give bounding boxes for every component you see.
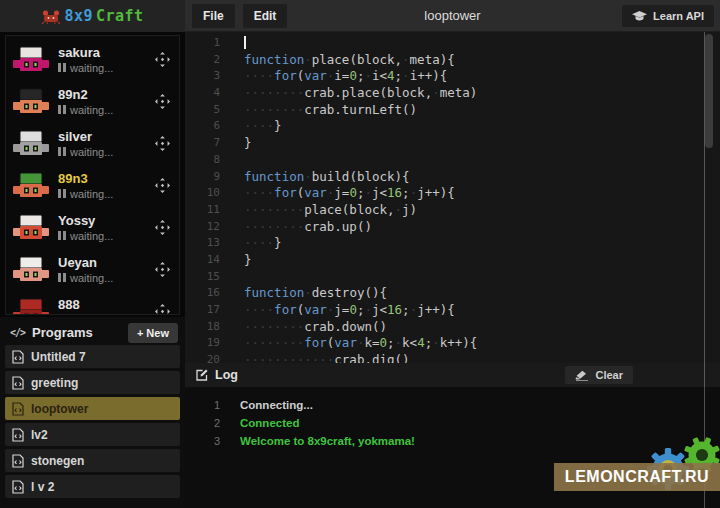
code-line[interactable]: 7} bbox=[185, 135, 720, 152]
programs-header: </> Programs + New bbox=[0, 317, 185, 345]
player-status: waiting... bbox=[70, 146, 113, 158]
player-row[interactable]: Yossy waiting... bbox=[6, 206, 179, 248]
edit-menu-button[interactable]: Edit bbox=[243, 4, 288, 28]
code-line[interactable]: 14} bbox=[185, 252, 720, 269]
code-line[interactable]: 9function·build(block){ bbox=[185, 169, 720, 186]
player-row[interactable]: 89n2 waiting... bbox=[6, 80, 179, 122]
line-number: 1 bbox=[185, 35, 235, 52]
clear-label: Clear bbox=[595, 369, 623, 381]
graduation-cap-icon bbox=[632, 11, 647, 22]
code-line[interactable]: 8 bbox=[185, 152, 720, 169]
file-code-icon bbox=[12, 480, 24, 494]
player-name: silver bbox=[58, 129, 113, 144]
program-item[interactable]: looptower bbox=[5, 397, 180, 420]
robot-avatar bbox=[13, 88, 49, 115]
player-row[interactable]: Ueyan waiting... bbox=[6, 248, 179, 290]
code-line[interactable]: 20············crab.dig() bbox=[185, 352, 720, 363]
robot-avatar bbox=[13, 214, 49, 241]
player-name: 89n3 bbox=[58, 171, 113, 186]
file-code-icon bbox=[12, 428, 24, 442]
code-line[interactable]: 6····} bbox=[185, 118, 720, 135]
clear-log-button[interactable]: Clear bbox=[565, 366, 633, 384]
pause-icon bbox=[58, 273, 66, 282]
move-icon[interactable] bbox=[155, 304, 170, 316]
robot-avatar bbox=[13, 46, 49, 73]
code-line[interactable]: 17····for(var·j=0;·j<16;·j++){ bbox=[185, 302, 720, 319]
pause-icon bbox=[58, 105, 66, 114]
line-number: 4 bbox=[185, 85, 235, 102]
program-item[interactable]: lv2 bbox=[5, 423, 180, 446]
file-code-icon bbox=[12, 350, 24, 364]
line-number: 12 bbox=[185, 219, 235, 236]
code-line[interactable]: 11········place(block,·j) bbox=[185, 202, 720, 219]
code-line[interactable]: 16function·destroy(){ bbox=[185, 285, 720, 302]
watermark-text: LEMONCRAFT.RU bbox=[565, 468, 709, 486]
move-icon[interactable] bbox=[155, 94, 170, 109]
code-line[interactable]: 13····} bbox=[185, 235, 720, 252]
line-number: 6 bbox=[185, 118, 235, 135]
player-name: 89n2 bbox=[58, 87, 113, 102]
player-status: waiting... bbox=[70, 104, 113, 116]
code-line[interactable]: 15 bbox=[185, 269, 720, 286]
move-icon[interactable] bbox=[155, 220, 170, 235]
player-row[interactable]: 888 waiting... bbox=[6, 290, 179, 315]
code-line[interactable]: 12········crab.up() bbox=[185, 219, 720, 236]
new-program-button[interactable]: + New bbox=[128, 323, 178, 343]
program-item[interactable]: Untitled 7 bbox=[5, 345, 180, 368]
line-number: 16 bbox=[185, 285, 235, 302]
programs-panel: </> Programs + New Untitled 7 greeting l… bbox=[0, 317, 185, 508]
program-item[interactable]: greeting bbox=[5, 371, 180, 394]
player-name: Yossy bbox=[58, 213, 113, 228]
learn-api-label: Learn API bbox=[653, 10, 704, 22]
code-line[interactable]: 4········crab.place(block,·meta) bbox=[185, 85, 720, 102]
logo-text-craft: Craft bbox=[96, 7, 144, 25]
robot-avatar bbox=[13, 256, 49, 283]
log-entry: 1Connecting... bbox=[185, 396, 720, 414]
program-item[interactable]: stonegen bbox=[5, 449, 180, 472]
logo-text-8x9: 8x9 bbox=[64, 7, 93, 25]
learn-api-button[interactable]: Learn API bbox=[622, 5, 714, 27]
line-number: 14 bbox=[185, 252, 235, 269]
file-code-icon bbox=[12, 376, 24, 390]
code-line[interactable]: 18········crab.down() bbox=[185, 319, 720, 336]
code-editor[interactable]: 12function·place(block,·meta){3····for(v… bbox=[185, 32, 720, 363]
programs-title: Programs bbox=[32, 325, 93, 340]
player-row[interactable]: sakura waiting... bbox=[6, 38, 179, 80]
program-name: stonegen bbox=[31, 454, 84, 468]
code-line[interactable]: 19········for(var·k=0;·k<4;·k++){ bbox=[185, 335, 720, 352]
code-brackets-icon: </> bbox=[10, 327, 25, 338]
pause-icon bbox=[58, 231, 66, 240]
move-icon[interactable] bbox=[155, 178, 170, 193]
line-number: 3 bbox=[185, 68, 235, 85]
player-row[interactable]: 89n3 waiting... bbox=[6, 164, 179, 206]
sidebar: sakura waiting... 89n2 waiting... bbox=[0, 32, 185, 508]
move-icon[interactable] bbox=[155, 52, 170, 67]
line-number: 8 bbox=[185, 152, 235, 169]
log-entry: 3Welcome to 8x9craft, yokmama! bbox=[185, 432, 720, 450]
code-line[interactable]: 2function·place(block,·meta){ bbox=[185, 52, 720, 69]
move-icon[interactable] bbox=[155, 136, 170, 151]
pause-icon bbox=[58, 189, 66, 198]
header-bar: looptower 8x9Craft File Edit Learn API bbox=[0, 0, 720, 32]
program-list: Untitled 7 greeting looptower lv2 stoneg… bbox=[0, 345, 185, 498]
code-line[interactable]: 3····for(var·i=0;·i<4;·i++){ bbox=[185, 68, 720, 85]
app-window: looptower 8x9Craft File Edit Learn API bbox=[0, 0, 720, 508]
program-name: looptower bbox=[31, 402, 88, 416]
code-line[interactable]: 1 bbox=[185, 35, 720, 52]
line-number: 9 bbox=[185, 169, 235, 186]
app-logo: 8x9Craft bbox=[0, 0, 185, 32]
code-line[interactable]: 10····for(var·j=0;·j<16;·j++){ bbox=[185, 185, 720, 202]
code-lines: 12function·place(block,·meta){3····for(v… bbox=[185, 35, 720, 363]
program-name: lv2 bbox=[31, 428, 48, 442]
code-line[interactable]: 5········crab.turnLeft() bbox=[185, 102, 720, 119]
crab-icon bbox=[41, 9, 61, 24]
editor-scrollbar-thumb[interactable] bbox=[705, 34, 713, 148]
program-item[interactable]: l v 2 bbox=[5, 475, 180, 498]
player-name: sakura bbox=[58, 45, 113, 60]
move-icon[interactable] bbox=[155, 262, 170, 277]
program-name: Untitled 7 bbox=[31, 350, 86, 364]
player-row[interactable]: silver waiting... bbox=[6, 122, 179, 164]
robot-avatar bbox=[13, 298, 49, 316]
file-menu-button[interactable]: File bbox=[192, 4, 235, 28]
line-number: 10 bbox=[185, 185, 235, 202]
